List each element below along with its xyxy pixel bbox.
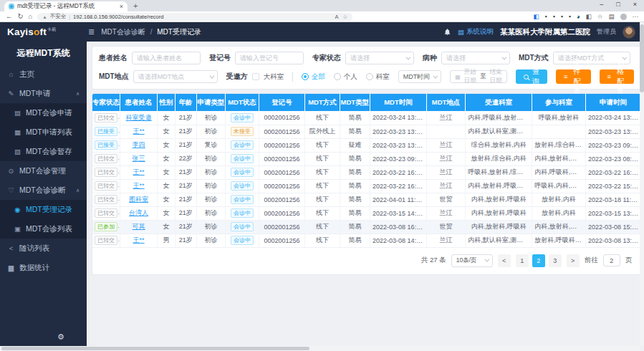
- page-size-select[interactable]: 10条/页: [451, 254, 493, 267]
- patient-name-link[interactable]: 图科室: [129, 196, 148, 203]
- patient-name-link[interactable]: 王**: [133, 168, 145, 176]
- gear-icon[interactable]: ⚙: [57, 332, 64, 342]
- chevron-down-icon: [501, 54, 506, 59]
- extension-icon[interactable]: ▪: [545, 14, 547, 20]
- table-row: 已转交图科室女21岁初诊会诊中0002001256线下简易2022-04-01 …: [92, 193, 640, 206]
- date-range-picker[interactable]: ▦ 开始日期 至 结束日期: [450, 70, 507, 83]
- patient-name-link[interactable]: 王**: [133, 182, 145, 189]
- sidebar-item-mdt-list[interactable]: ▣MDT会诊列表: [0, 219, 87, 239]
- column-header: 专家状态: [92, 94, 120, 111]
- sidebar-item-mdt-diagnosis[interactable]: ♡MDT会诊诊断∧: [0, 181, 87, 200]
- more-icon[interactable]: ⋯: [633, 14, 639, 20]
- favorite-star-icon[interactable]: ☆: [342, 14, 347, 20]
- expert-status-badge: 已接受: [95, 127, 117, 136]
- extension-icon[interactable]: ▪: [553, 14, 555, 20]
- patient-name-link[interactable]: 王**: [133, 236, 145, 244]
- sidebar-item-followup[interactable]: <随访列表: [0, 239, 87, 258]
- expert-status-badge: 已转交: [95, 195, 117, 204]
- sidebar-item-mdt-apply-form[interactable]: ▤MDT会诊申请: [0, 103, 87, 122]
- new-tab-button[interactable]: +: [133, 1, 138, 10]
- window-minimize-button[interactable]: –: [600, 1, 603, 8]
- sidebar-item-mdt-apply[interactable]: ✎MDT申请∧: [0, 84, 87, 103]
- sidebar-item-mdt-manage[interactable]: ⊙MDT会诊管理: [0, 161, 87, 181]
- register-no-input[interactable]: [235, 52, 304, 64]
- patient-name-link[interactable]: 台湾人: [129, 209, 148, 216]
- patient-name-link[interactable]: 李四: [133, 141, 145, 148]
- breadcrumb-parent[interactable]: MDT会诊诊断: [101, 28, 145, 36]
- profile-icon[interactable]: [620, 14, 627, 20]
- expert-status-select[interactable]: 请选择: [345, 52, 414, 64]
- copilot-icon[interactable]: ◕: [577, 14, 580, 20]
- patient-name-link[interactable]: 张三: [133, 155, 145, 162]
- time-field-select[interactable]: MDT时间: [398, 70, 442, 83]
- search-icon: [524, 74, 529, 80]
- split-screen-icon[interactable]: ◧: [586, 14, 592, 20]
- address-bar[interactable]: ▲ 不安全 | 192.168.0.156:9002/consultate/re…: [37, 13, 352, 21]
- patient-name-link[interactable]: 可其: [133, 223, 145, 230]
- app-logo: Kayisoft卡易: [0, 27, 87, 37]
- big-dept-checkbox[interactable]: [252, 73, 259, 80]
- disease-select[interactable]: 请选择: [441, 52, 510, 64]
- sidebar-item-mdt-apply-draft[interactable]: ▧MDT会诊暂存: [0, 142, 87, 161]
- page-button-1[interactable]: 1: [516, 254, 529, 267]
- browser-tab-strip: mdt受理记录 - 远程MDT系统 × + – □ ×: [0, 0, 644, 11]
- column-header: MDT时间: [370, 94, 427, 111]
- extension-icon[interactable]: ▪: [561, 14, 563, 20]
- prev-page-button[interactable]: <: [498, 254, 511, 267]
- sidebar-item-mdt-record[interactable]: ◉MDT受理记录: [0, 200, 87, 219]
- window-restore-button[interactable]: □: [616, 1, 620, 8]
- horizontal-scrollbar-thumb[interactable]: [1, 347, 309, 350]
- essentials-icon[interactable]: ◧: [534, 14, 539, 20]
- sidebar-item-home[interactable]: ⌂主页: [0, 64, 87, 84]
- medal-icon: ♡: [7, 186, 15, 194]
- table-row: 已转交张三女22岁初诊会诊中0002001256线下简易2022-03-23 0…: [92, 152, 640, 165]
- records-table-card: 专家状态患者姓名性别年龄申请类型MDT状态登记号MDT方式MDT类型MDT时间M…: [92, 93, 641, 275]
- home-icon[interactable]: ⌂: [28, 13, 32, 20]
- tab-close-icon[interactable]: ×: [120, 3, 123, 10]
- next-page-button[interactable]: >: [567, 254, 580, 267]
- column-header: MDT状态: [226, 94, 259, 111]
- patient-name-link[interactable]: 王**: [133, 128, 145, 135]
- chevron-down-icon: [405, 54, 410, 59]
- collapse-menu-icon[interactable]: ≣: [88, 27, 95, 37]
- goto-page-input[interactable]: [603, 254, 620, 266]
- mdt-status-badge: 会诊中: [231, 195, 254, 204]
- hospital-name: 某某医科大学附属第二医院: [500, 27, 590, 37]
- patient-name-link[interactable]: 科室受邀: [126, 114, 152, 121]
- patient-name-input[interactable]: [132, 52, 201, 64]
- column-header: 性别: [158, 94, 175, 111]
- column-header: MDT方式: [305, 94, 340, 111]
- vertical-scrollbar-thumb[interactable]: [640, 24, 644, 92]
- window-close-button[interactable]: ×: [633, 1, 637, 8]
- extension-icon[interactable]: ▪: [569, 14, 571, 20]
- mdt-status-badge: 会诊中: [231, 208, 254, 218]
- search-button[interactable]: 查询: [516, 69, 547, 84]
- column-header: 申请类型: [196, 94, 225, 111]
- page-button-2[interactable]: 2: [532, 254, 545, 267]
- system-help-link[interactable]: ▤系统说明: [458, 27, 494, 37]
- favorites-icon[interactable]: ☆: [597, 14, 603, 20]
- user-avatar[interactable]: [623, 26, 635, 39]
- bell-icon[interactable]: [443, 26, 451, 39]
- table-config-button[interactable]: ≡表格配置: [600, 69, 635, 84]
- mdt-place-select[interactable]: 请选择MDT地点: [133, 70, 218, 83]
- tab-title: mdt受理记录 - 远程MDT系统: [17, 2, 117, 11]
- table-row: 已转交王**男21岁初诊会诊中0002001256线下简易2022-03-08 …: [92, 234, 640, 247]
- table-row: 已转交科室受邀女21岁初诊会诊中0002001256线下简易2022-03-24…: [92, 111, 640, 125]
- radio-dept[interactable]: 科室: [366, 72, 390, 82]
- horizontal-scrollbar[interactable]: [0, 346, 640, 351]
- read-aloud-icon[interactable]: A: [335, 14, 338, 20]
- page-button-3[interactable]: 3: [549, 254, 562, 267]
- back-arrow-icon[interactable]: ←: [6, 13, 13, 20]
- url-text: 192.168.0.156:9002/consultate/record: [73, 14, 163, 20]
- radio-all[interactable]: 全部: [302, 72, 325, 82]
- radio-personal[interactable]: 个人: [334, 72, 357, 82]
- condition-config-button[interactable]: ≡条件配置: [556, 69, 591, 84]
- sidebar-item-stats[interactable]: ▆数据统计: [0, 258, 87, 277]
- sidebar-item-mdt-apply-list[interactable]: ▦MDT申请列表: [0, 122, 87, 142]
- refresh-icon[interactable]: ↻: [18, 13, 24, 20]
- vertical-scrollbar[interactable]: [640, 22, 644, 346]
- user-icon: ◉: [14, 206, 21, 213]
- collections-icon[interactable]: ▤: [608, 14, 614, 20]
- browser-tab[interactable]: mdt受理记录 - 远程MDT系统 ×: [4, 1, 128, 11]
